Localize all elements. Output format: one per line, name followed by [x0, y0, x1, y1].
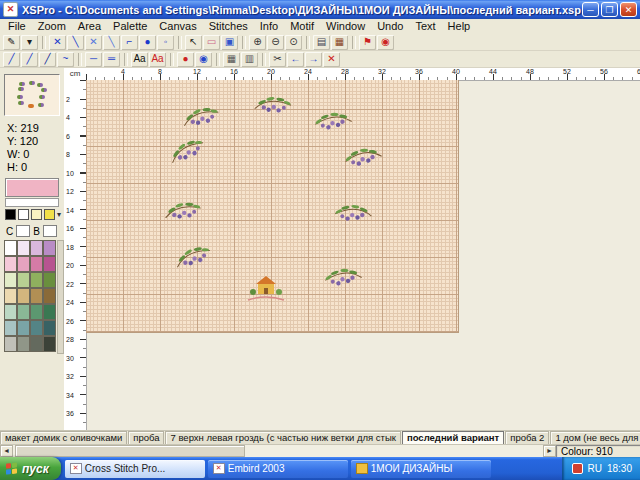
close-button[interactable]: ✕	[620, 2, 637, 17]
menu-item-stitches[interactable]: Stitches	[203, 19, 254, 34]
scroll-thumb[interactable]	[15, 445, 245, 457]
pattern-tab-2[interactable]: 7 верхн левая гроздь (с частью ниж ветки…	[165, 431, 400, 445]
pattern-tab-3[interactable]: последний вариант	[402, 431, 504, 445]
petite-stitch-tool[interactable]: ✕	[85, 35, 102, 50]
mini-palette-swatch[interactable]	[31, 209, 42, 220]
menu-item-canvas[interactable]: Canvas	[153, 19, 202, 34]
palette-swatch[interactable]	[17, 240, 30, 256]
full-stitch-tool[interactable]: ✕	[49, 35, 66, 50]
menu-item-zoom[interactable]: Zoom	[32, 19, 72, 34]
palette-scrollbar[interactable]	[57, 240, 64, 354]
taskbar-task[interactable]: 1МОИ ДИЗАЙНЫ	[351, 460, 491, 478]
b-box[interactable]	[43, 225, 57, 237]
palette-swatch[interactable]	[43, 336, 56, 352]
palette-swatch[interactable]	[43, 320, 56, 336]
selected-color-swatch[interactable]	[5, 178, 59, 197]
text-color-tool[interactable]: Aa	[149, 52, 166, 67]
zoom-area-tool[interactable]: ⊙	[285, 35, 302, 50]
scroll-left-button[interactable]: ◄	[0, 445, 13, 457]
palette-swatch[interactable]	[4, 256, 17, 272]
grid-style-toggle[interactable]: ▥	[241, 52, 258, 67]
menu-item-palette[interactable]: Palette	[107, 19, 153, 34]
menu-item-undo[interactable]: Undo	[371, 19, 409, 34]
fill-tool[interactable]: ▣	[221, 35, 238, 50]
text-tool[interactable]: Aa	[131, 52, 148, 67]
palette-swatch[interactable]	[43, 304, 56, 320]
nudge-left-button[interactable]: ←	[287, 52, 304, 67]
half-stitch-tool[interactable]: ╲	[67, 35, 84, 50]
scroll-right-button[interactable]: ►	[543, 445, 556, 457]
palette-swatch[interactable]	[17, 304, 30, 320]
color-dot-button[interactable]: ●	[177, 52, 194, 67]
palette-swatch[interactable]	[4, 320, 17, 336]
pattern-grid[interactable]	[86, 80, 459, 333]
print-button[interactable]: ▤	[313, 35, 330, 50]
eraser-tool[interactable]: ▭	[203, 35, 220, 50]
bead-tool[interactable]: ◦	[157, 35, 174, 50]
medium-line-tool[interactable]: ╱	[21, 52, 38, 67]
palette-swatch[interactable]	[4, 288, 17, 304]
menu-item-text[interactable]: Text	[409, 19, 441, 34]
color-ring-button[interactable]: ◉	[195, 52, 212, 67]
palette-swatch[interactable]	[30, 256, 43, 272]
palette-swatch[interactable]	[43, 272, 56, 288]
thin-line-tool[interactable]: ╱	[3, 52, 20, 67]
single-line-style[interactable]: ─	[85, 52, 102, 67]
color-wheel-button[interactable]: ◉	[377, 35, 394, 50]
cut-tool[interactable]: ✂	[269, 52, 286, 67]
zoom-in-tool[interactable]: ⊕	[249, 35, 266, 50]
thick-line-tool[interactable]: ╱	[39, 52, 56, 67]
palette-swatch[interactable]	[17, 320, 30, 336]
pencil-dropdown[interactable]: ▾	[21, 35, 38, 50]
menu-item-area[interactable]: Area	[72, 19, 107, 34]
palette-swatch[interactable]	[30, 304, 43, 320]
palette-swatch[interactable]	[4, 272, 17, 288]
palette-swatch[interactable]	[30, 272, 43, 288]
delete-button[interactable]: ✕	[323, 52, 340, 67]
pattern-tab-5[interactable]: 1 дом (не весь для стыковки)	[550, 431, 640, 445]
french-knot-tool[interactable]: ●	[139, 35, 156, 50]
backstitch-tool[interactable]: ⌐	[121, 35, 138, 50]
menu-item-info[interactable]: Info	[254, 19, 284, 34]
palette-swatch[interactable]	[30, 240, 43, 256]
mini-palette-swatch[interactable]	[18, 209, 29, 220]
pattern-tab-1[interactable]: проба	[128, 431, 164, 445]
menu-item-motif[interactable]: Motif	[284, 19, 320, 34]
palette-swatch[interactable]	[43, 288, 56, 304]
curve-tool[interactable]: ~	[57, 52, 74, 67]
taskbar-task[interactable]: ✕Cross Stitch Pro...	[65, 460, 205, 478]
double-line-style[interactable]: ═	[103, 52, 120, 67]
quarter-stitch-tool[interactable]: ╲	[103, 35, 120, 50]
palette-swatch[interactable]	[17, 288, 30, 304]
palette-button[interactable]: ▦	[331, 35, 348, 50]
menu-item-file[interactable]: File	[2, 19, 32, 34]
language-indicator[interactable]: RU	[588, 463, 602, 474]
palette-swatch[interactable]	[43, 240, 56, 256]
palette-swatch[interactable]	[30, 320, 43, 336]
palette-swatch[interactable]	[17, 336, 30, 352]
palette-swatch[interactable]	[17, 272, 30, 288]
palette-swatch[interactable]	[17, 256, 30, 272]
minimize-button[interactable]: ─	[582, 2, 599, 17]
palette-swatch[interactable]	[4, 304, 17, 320]
pattern-tab-4[interactable]: проба 2	[505, 431, 549, 445]
mini-palette-swatch[interactable]	[44, 209, 55, 220]
zoom-out-tool[interactable]: ⊖	[267, 35, 284, 50]
palette-swatch[interactable]	[30, 288, 43, 304]
pattern-tab-0[interactable]: макет домик с оливочками	[0, 431, 127, 445]
flag-button[interactable]: ⚑	[359, 35, 376, 50]
menu-item-help[interactable]: Help	[442, 19, 477, 34]
grid-toggle[interactable]: ▦	[223, 52, 240, 67]
start-button[interactable]: пуск	[0, 457, 61, 480]
taskbar-task[interactable]: ✕Embird 2003	[208, 460, 348, 478]
mini-palette-swatch[interactable]	[5, 209, 16, 220]
mini-palette-dropdown-icon[interactable]: ▾	[57, 210, 61, 219]
palette-swatch[interactable]	[43, 256, 56, 272]
preview-box[interactable]	[4, 74, 60, 116]
pencil-tool[interactable]: ✎	[3, 35, 20, 50]
maximize-button[interactable]: ❐	[601, 2, 618, 17]
tray-icon[interactable]	[572, 463, 583, 474]
scroll-track[interactable]	[13, 445, 543, 457]
menu-item-window[interactable]: Window	[320, 19, 371, 34]
palette-swatch[interactable]	[4, 240, 17, 256]
